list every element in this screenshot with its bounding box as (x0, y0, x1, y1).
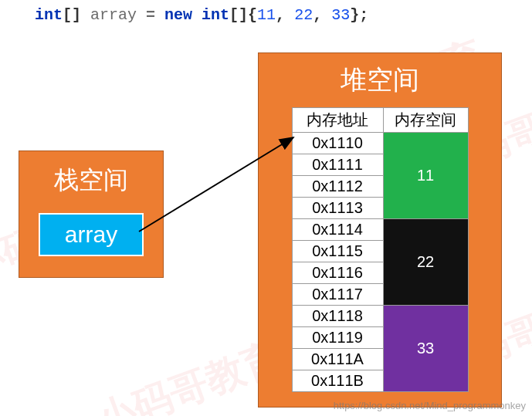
table-row: 0x111422 (292, 219, 468, 241)
memory-address: 0x111B (292, 370, 383, 392)
memory-address: 0x1114 (292, 219, 383, 241)
memory-value: 22 (383, 219, 468, 306)
brackets: [] (63, 6, 90, 24)
header-space: 内存空间 (383, 108, 468, 133)
keyword-new-int: new int (164, 6, 229, 24)
header-address: 内存地址 (292, 108, 383, 133)
stack-title: 栈空间 (54, 164, 128, 198)
memory-address: 0x1110 (292, 133, 383, 154)
memory-address: 0x111A (292, 349, 383, 370)
memory-value: 33 (383, 306, 468, 392)
literal-11: 11 (257, 6, 276, 24)
end: }; (350, 6, 368, 24)
equals: = (137, 6, 164, 24)
memory-address: 0x1111 (292, 154, 383, 176)
literal-22: 22 (294, 6, 313, 24)
heap-space-box: 堆空间 内存地址 内存空间 0x1110110x11110x11120x1113… (258, 52, 502, 408)
comma: , (276, 6, 294, 24)
memory-value: 11 (383, 133, 468, 219)
table-row: 0x111011 (292, 133, 468, 154)
keyword-int: int (35, 6, 63, 24)
comma: , (313, 6, 331, 24)
heap-title: 堆空间 (341, 63, 419, 98)
memory-address: 0x1113 (292, 198, 383, 219)
array-variable: array (39, 213, 144, 256)
attribution-text: https://blog.csdn.net/Mind_programmonkey (334, 400, 526, 411)
memory-address: 0x1116 (292, 262, 383, 284)
memory-address: 0x1119 (292, 327, 383, 349)
memory-address: 0x1112 (292, 176, 383, 198)
table-row: 0x111833 (292, 306, 468, 327)
code-declaration: int[] array = new int[]{11, 22, 33}; (35, 6, 368, 24)
stack-space-box: 栈空间 array (19, 151, 164, 278)
memory-table: 内存地址 内存空间 0x1110110x11110x11120x11130x11… (292, 107, 469, 392)
memory-address: 0x1118 (292, 306, 383, 327)
brackets: []{ (229, 6, 257, 24)
memory-address: 0x1117 (292, 284, 383, 306)
literal-33: 33 (331, 6, 350, 24)
var-name: array (90, 6, 137, 24)
memory-address: 0x1115 (292, 241, 383, 262)
